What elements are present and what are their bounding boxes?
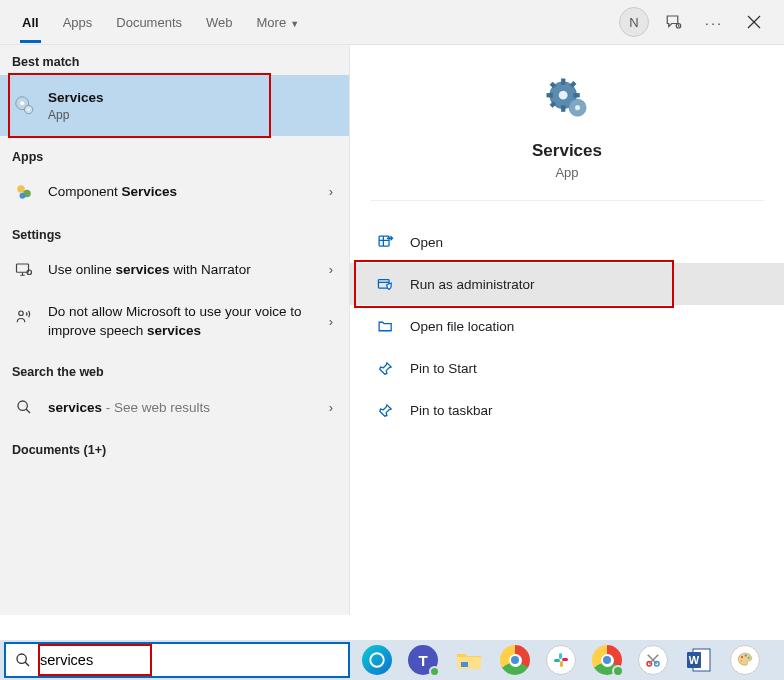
- services-app-icon: [543, 75, 591, 123]
- taskbar-teams-icon[interactable]: T: [402, 640, 444, 680]
- svg-line-30: [25, 662, 29, 666]
- action-label: Open file location: [410, 319, 514, 334]
- admin-shield-icon: [374, 273, 396, 295]
- svg-point-43: [741, 656, 743, 658]
- result-web-search[interactable]: services - See web results ›: [0, 385, 349, 429]
- gear-icon: [12, 93, 36, 117]
- result-title: Use online services with Narrator: [48, 262, 251, 277]
- svg-point-13: [18, 401, 27, 410]
- tab-more[interactable]: More▼: [245, 3, 312, 42]
- action-open[interactable]: Open: [350, 221, 784, 263]
- taskbar-search[interactable]: [4, 642, 350, 678]
- chevron-right-icon: ›: [325, 184, 337, 199]
- taskbar-chrome-beta-icon[interactable]: [586, 640, 628, 680]
- svg-rect-32: [457, 657, 481, 669]
- svg-point-26: [575, 105, 581, 111]
- user-avatar[interactable]: N: [614, 2, 654, 42]
- svg-point-7: [17, 185, 25, 193]
- section-best-match: Best match: [0, 45, 349, 75]
- svg-point-31: [370, 653, 384, 667]
- result-title: Services: [48, 89, 337, 107]
- action-label: Pin to taskbar: [410, 403, 493, 418]
- svg-rect-33: [461, 662, 468, 667]
- result-title: Component Services: [48, 184, 177, 199]
- action-pin-taskbar[interactable]: Pin to taskbar: [350, 389, 784, 431]
- svg-point-6: [27, 109, 30, 112]
- svg-rect-18: [547, 93, 553, 97]
- close-icon[interactable]: [734, 2, 774, 42]
- component-services-icon: [12, 180, 36, 204]
- taskbar-snip-icon[interactable]: [632, 640, 674, 680]
- open-icon: [374, 231, 396, 253]
- svg-line-14: [26, 409, 30, 413]
- taskbar-paint-icon[interactable]: [724, 640, 766, 680]
- tab-apps[interactable]: Apps: [51, 3, 105, 42]
- svg-rect-16: [561, 79, 565, 85]
- svg-rect-36: [560, 661, 563, 667]
- taskbar-word-icon[interactable]: W: [678, 640, 720, 680]
- pin-icon: [374, 399, 396, 421]
- section-web: Search the web: [0, 351, 349, 385]
- svg-point-44: [745, 654, 747, 656]
- svg-rect-19: [574, 93, 580, 97]
- search-icon: [12, 395, 36, 419]
- monitor-icon: [12, 258, 36, 282]
- result-speech-services[interactable]: Do not allow Microsoft to use your voice…: [0, 292, 349, 352]
- action-label: Pin to Start: [410, 361, 477, 376]
- svg-point-4: [20, 101, 24, 105]
- search-results-panel: Best match Services App Apps Component S…: [0, 45, 784, 615]
- action-open-location[interactable]: Open file location: [350, 305, 784, 347]
- taskbar-slack-icon[interactable]: [540, 640, 582, 680]
- result-title: Do not allow Microsoft to use your voice…: [48, 304, 302, 339]
- svg-point-29: [17, 654, 26, 663]
- section-apps: Apps: [0, 136, 349, 170]
- taskbar-chrome-icon[interactable]: [494, 640, 536, 680]
- search-icon: [6, 652, 40, 668]
- action-label: Open: [410, 235, 443, 250]
- action-label: Run as administrator: [410, 277, 535, 292]
- filter-tabs: All Apps Documents Web More▼ N ···: [0, 0, 784, 45]
- svg-point-24: [558, 90, 568, 100]
- svg-rect-37: [562, 658, 568, 661]
- search-input[interactable]: [40, 652, 348, 668]
- feedback-icon[interactable]: [654, 2, 694, 42]
- result-subtitle: App: [48, 108, 337, 122]
- section-settings: Settings: [0, 214, 349, 248]
- section-documents: Documents (1+): [0, 429, 349, 463]
- more-options-icon[interactable]: ···: [694, 2, 734, 42]
- svg-rect-17: [561, 106, 565, 112]
- chevron-right-icon: ›: [325, 262, 337, 277]
- svg-rect-34: [559, 653, 562, 659]
- speech-icon: [12, 305, 36, 329]
- taskbar-edge-icon[interactable]: [356, 640, 398, 680]
- avatar-initial: N: [619, 7, 649, 37]
- folder-icon: [374, 315, 396, 337]
- svg-point-45: [748, 657, 750, 659]
- tab-all[interactable]: All: [10, 3, 51, 42]
- preview-pane: Services App Open Run as administrator O…: [350, 45, 784, 615]
- taskbar-explorer-icon[interactable]: [448, 640, 490, 680]
- svg-point-46: [740, 660, 742, 662]
- svg-rect-35: [554, 659, 560, 662]
- taskbar: T W: [0, 640, 784, 680]
- tab-web[interactable]: Web: [194, 3, 245, 42]
- pin-icon: [374, 357, 396, 379]
- action-run-admin[interactable]: Run as administrator: [350, 263, 784, 305]
- svg-point-9: [20, 192, 26, 198]
- action-list: Open Run as administrator Open file loca…: [350, 221, 784, 431]
- svg-point-12: [19, 311, 24, 316]
- chevron-right-icon: ›: [325, 400, 337, 415]
- preview-subtitle: App: [350, 165, 784, 180]
- result-title: services - See web results: [48, 400, 210, 415]
- preview-title: Services: [350, 141, 784, 161]
- action-pin-start[interactable]: Pin to Start: [350, 347, 784, 389]
- chevron-right-icon: ›: [325, 314, 337, 329]
- tab-documents[interactable]: Documents: [104, 3, 194, 42]
- result-narrator-services[interactable]: Use online services with Narrator ›: [0, 248, 349, 292]
- results-list: Best match Services App Apps Component S…: [0, 45, 350, 615]
- result-component-services[interactable]: Component Services ›: [0, 170, 349, 214]
- result-services-app[interactable]: Services App: [0, 75, 349, 136]
- svg-text:W: W: [689, 654, 700, 666]
